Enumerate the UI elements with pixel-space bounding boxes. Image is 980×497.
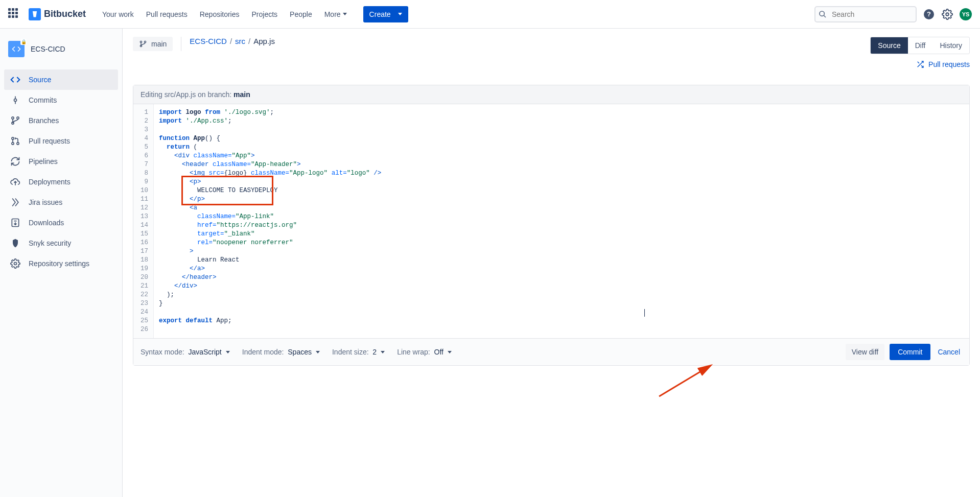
svg-point-2 [946, 13, 949, 16]
code-editor[interactable]: 1234567891011121314151617181920212223242… [133, 104, 969, 338]
nav-more[interactable]: More [324, 10, 347, 18]
svg-line-24 [659, 366, 710, 396]
crumb-dir[interactable]: src [235, 37, 245, 45]
sidebar-item-label: Commits [29, 96, 57, 104]
svg-point-16 [14, 263, 17, 265]
brand-label: Bitbucket [44, 9, 86, 19]
svg-point-7 [17, 117, 19, 119]
branch-icon [139, 40, 147, 48]
search-icon [819, 10, 827, 18]
app-switcher-icon[interactable] [8, 8, 20, 20]
chevron-down-icon [381, 351, 385, 353]
sidebar-item-commits[interactable]: Commits [4, 90, 118, 110]
svg-point-11 [17, 143, 19, 145]
chevron-down-icon [398, 13, 402, 15]
sidebar-item-snyk[interactable]: Snyk security [4, 233, 118, 253]
repo-header[interactable]: 🔒 ECS-CICD [4, 37, 118, 61]
chevron-down-icon [226, 351, 230, 353]
tab-history[interactable]: History [932, 37, 969, 54]
tab-diff[interactable]: Diff [908, 37, 933, 54]
help-icon: ? [924, 9, 934, 19]
download-icon [10, 218, 20, 228]
sidebar-item-repo-settings[interactable]: Repository settings [4, 253, 118, 274]
gear-icon [942, 9, 953, 20]
sidebar-item-pipelines[interactable]: Pipelines [4, 151, 118, 172]
sidebar-item-label: Pipelines [29, 157, 58, 165]
sidebar-item-label: Pull requests [29, 137, 70, 145]
nav-pull-requests[interactable]: Pull requests [146, 10, 188, 18]
branch-icon [10, 115, 20, 126]
tab-source[interactable]: Source [871, 37, 907, 54]
svg-point-10 [12, 143, 14, 145]
pull-requests-link[interactable]: Pull requests [870, 60, 970, 68]
gear-icon [10, 258, 20, 269]
help-button[interactable]: ? [923, 8, 935, 20]
sidebar-item-deployments[interactable]: Deployments [4, 172, 118, 192]
user-avatar[interactable]: YS [960, 8, 972, 20]
sidebar-item-label: Downloads [29, 219, 64, 227]
text-cursor [644, 309, 645, 317]
sidebar-item-downloads[interactable]: Downloads [4, 212, 118, 233]
repo-icon: 🔒 [8, 41, 25, 57]
search-input[interactable] [814, 6, 917, 22]
chevron-down-icon [448, 351, 452, 353]
pull-request-icon [10, 136, 20, 146]
settings-button[interactable] [941, 8, 953, 20]
jira-icon [10, 197, 20, 207]
brand-logo[interactable]: Bitbucket [29, 8, 86, 20]
divider [181, 37, 181, 51]
nav-projects[interactable]: Projects [252, 10, 278, 18]
repo-name: ECS-CICD [31, 45, 65, 53]
sidebar-item-source[interactable]: Source [4, 69, 118, 90]
search-box [814, 6, 917, 22]
view-tabs: Source Diff History [870, 37, 970, 54]
lock-icon: 🔒 [20, 39, 27, 45]
svg-point-17 [140, 41, 142, 42]
editor-container: Editing src/App.js on branch: main 12345… [133, 85, 970, 366]
right-actions: Source Diff History Pull requests [870, 37, 970, 68]
pipelines-icon [10, 156, 20, 167]
syntax-mode-select[interactable]: JavaScript [188, 348, 229, 356]
chevron-down-icon [316, 351, 320, 353]
toprow: main ECS-CICD / src / App.js Source Diff… [133, 37, 970, 68]
sidebar-item-pull-requests[interactable]: Pull requests [4, 131, 118, 151]
shuffle-icon [916, 60, 924, 68]
commit-icon [10, 95, 20, 105]
crumb-file: App.js [253, 37, 275, 45]
branch-selector[interactable]: main [133, 37, 173, 51]
linewrap-select[interactable]: Off [434, 348, 452, 356]
sidebar-item-label: Branches [29, 116, 59, 125]
svg-point-0 [820, 11, 824, 16]
indent-size-select[interactable]: 2 [372, 348, 385, 356]
svg-point-6 [12, 117, 14, 119]
cloud-upload-icon [10, 177, 20, 187]
crumb-sep: / [248, 37, 250, 45]
sidebar-item-label: Deployments [29, 178, 71, 186]
topnav-list: Your work Pull requests Repositories Pro… [102, 10, 347, 18]
topbar: Bitbucket Your work Pull requests Reposi… [0, 0, 980, 29]
sidebar-item-branches[interactable]: Branches [4, 110, 118, 131]
code-icon [10, 75, 20, 85]
create-button[interactable]: Create [363, 6, 408, 22]
view-diff-button[interactable]: View diff [846, 344, 884, 360]
svg-point-9 [12, 137, 14, 139]
code-body: import logo from './logo.svg'; import '.… [154, 104, 969, 338]
nav-repositories[interactable]: Repositories [200, 10, 240, 18]
editor-bottom-bar: Syntax mode: JavaScript Indent mode: Spa… [133, 338, 969, 365]
commit-button[interactable]: Commit [890, 344, 930, 360]
nav-people[interactable]: People [290, 10, 312, 18]
breadcrumb: ECS-CICD / src / App.js [190, 37, 275, 45]
svg-point-18 [144, 41, 146, 42]
content-area: main ECS-CICD / src / App.js Source Diff… [123, 29, 980, 497]
topbar-right: ? YS [814, 6, 972, 22]
crumb-repo[interactable]: ECS-CICD [190, 37, 227, 45]
line-gutter: 1234567891011121314151617181920212223242… [133, 104, 154, 338]
arrow-annotation [654, 361, 720, 401]
sidebar-item-jira[interactable]: Jira issues [4, 192, 118, 212]
indent-mode-select[interactable]: Spaces [288, 348, 320, 356]
snyk-icon [10, 238, 20, 248]
cancel-button[interactable]: Cancel [936, 344, 962, 360]
nav-your-work[interactable]: Your work [102, 10, 134, 18]
sidebar-item-label: Repository settings [29, 259, 89, 268]
svg-line-22 [918, 62, 919, 63]
